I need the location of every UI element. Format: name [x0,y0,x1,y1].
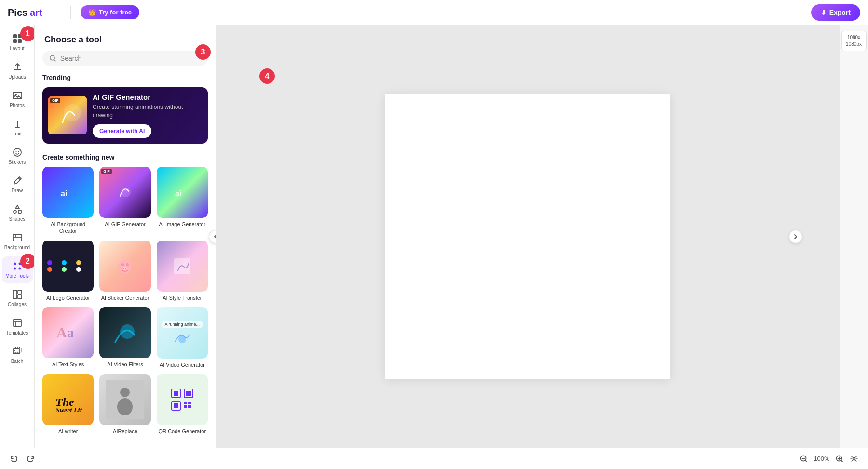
canvas-size-indicator: 1080x1080px [841,31,867,51]
canvas-area: 4 [216,25,839,448]
sidebar-item-batch[interactable]: Batch [2,342,33,368]
bottom-toolbar-left [8,453,37,465]
shapes-icon [12,203,23,215]
tool-thumb-ai-writer: The Sweet Life [42,374,94,425]
tool-item-text-styles[interactable]: Aa AI Text Styles [42,307,94,368]
photo-icon [12,90,23,101]
sticker-icon [12,147,23,158]
trending-section-title: Trending [42,74,208,81]
svg-rect-2 [13,34,17,38]
tool-thumb-sticker-gen [99,241,150,292]
header-divider [70,6,71,19]
sidebar-item-stickers[interactable]: Stickers [2,143,33,169]
sidebar-item-shapes[interactable]: Shapes [2,200,33,226]
zoom-level: 100% [812,455,831,462]
svg-rect-50 [174,403,178,408]
tool-thumb-text-styles: Aa [42,307,94,358]
svg-text:Pics: Pics [8,7,27,18]
background-icon [12,232,23,243]
tool-item-video-filters[interactable]: AI Video Filters [99,307,150,368]
search-input[interactable] [60,54,201,62]
zoom-in-button[interactable] [833,453,846,465]
main-layout: 1 Layout Upload [0,25,868,448]
tool-thumb-qr-code [157,374,208,425]
svg-rect-48 [186,391,191,396]
svg-rect-52 [188,402,191,404]
svg-text:art: art [30,7,42,18]
export-button[interactable]: ⬇ Export [811,4,860,21]
tools-grid: ai AI Background Creator GIF [42,167,208,435]
svg-point-43 [120,388,130,397]
sidebar-item-background[interactable]: Background [2,228,33,255]
sidebar-item-draw[interactable]: Draw [2,171,33,198]
svg-point-9 [15,151,16,152]
svg-point-57 [853,457,855,460]
sidebar-item-templates[interactable]: Templates [2,313,33,340]
search-bar[interactable] [42,51,208,66]
redo-button[interactable] [24,453,37,465]
svg-rect-23 [14,348,21,352]
collages-icon [12,289,23,300]
step-badge-4: 4 [259,68,275,84]
settings-button[interactable] [848,453,860,465]
svg-rect-53 [184,405,187,408]
create-section-title: Create something new [42,153,208,161]
svg-point-14 [14,263,16,265]
tool-item-ai-replace[interactable]: AIReplace [99,374,150,435]
try-for-free-button[interactable]: 👑 Try for free [81,5,139,19]
svg-point-35 [125,268,126,269]
canvas[interactable] [385,94,670,379]
tool-thumb-bg-creator: ai [42,167,94,218]
trending-card[interactable]: GIF [42,87,208,144]
tool-panel-title: Choose a tool [35,25,216,51]
gif-badge-small: GIF [101,169,111,174]
batch-icon [12,346,23,357]
sidebar-item-collages[interactable]: Collages [2,285,33,311]
logo[interactable]: Pics art [8,5,61,20]
svg-point-34 [123,268,124,269]
svg-rect-18 [13,290,17,299]
generate-with-ai-button[interactable]: Generate with AI [93,124,151,138]
search-icon [49,54,56,62]
header: Pics art 👑 Try for free ⬇ Export [0,0,868,25]
bottom-toolbar: 100% [0,448,868,469]
tool-item-ai-writer[interactable]: The Sweet Life AI writer [42,374,94,435]
svg-rect-20 [18,295,22,299]
tool-item-logo-gen[interactable]: AI Logo Generator [42,241,94,302]
svg-point-32 [126,263,129,266]
tool-item-bg-creator[interactable]: ai AI Background Creator [42,167,94,235]
tool-item-video-gen[interactable]: A running anime... AI Video Generator [157,307,208,368]
step-badge-1: 1 [20,26,35,41]
svg-point-31 [121,263,124,266]
svg-point-8 [14,148,21,156]
svg-rect-46 [174,391,178,396]
zoom-out-button[interactable] [798,453,810,465]
right-panel: 1080x1080px [839,25,868,448]
sidebar-item-text[interactable]: Text [2,114,33,141]
svg-point-44 [117,398,133,415]
tool-item-img-gen[interactable]: ai AI Image Generator [157,167,208,235]
tool-thumb-logo-gen [42,241,94,292]
svg-text:ai: ai [175,189,181,198]
svg-rect-19 [18,290,22,294]
tool-item-qr-code[interactable]: QR Code Generator [157,374,208,435]
tool-thumb-img-gen: ai [157,167,208,218]
text-icon [12,118,23,130]
svg-point-16 [14,268,16,270]
undo-button[interactable] [8,453,20,465]
tool-item-style-transfer[interactable]: AI Style Transfer [157,241,208,302]
tool-panel-content: Trending GIF [35,74,216,448]
tool-thumb-ai-replace [99,374,150,425]
draw-icon [12,175,23,187]
svg-text:Sweet Life: Sweet Life [56,407,82,412]
sidebar-item-photos[interactable]: Photos [2,86,33,112]
svg-text:Aa: Aa [56,324,74,340]
canvas-right-arrow[interactable] [789,230,802,243]
tool-item-sticker-gen[interactable]: AI Sticker Generator [99,241,150,302]
svg-text:ai: ai [61,189,67,198]
crown-icon: 👑 [88,9,96,16]
tool-item-gif-gen[interactable]: GIF AI GIF Generator [99,167,150,235]
svg-point-12 [14,210,16,213]
step-badge-3: 3 [195,44,211,60]
sidebar-item-uploads[interactable]: Uploads [2,57,33,84]
